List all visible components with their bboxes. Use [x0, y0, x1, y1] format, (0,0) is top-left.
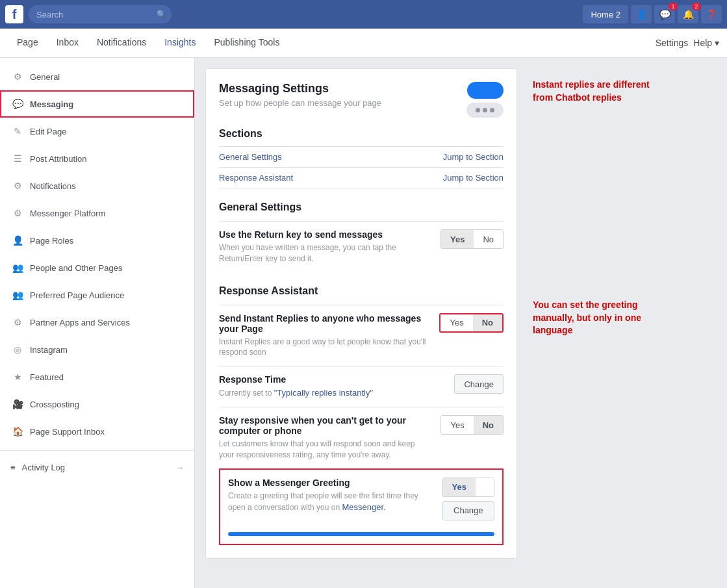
stay-responsive-no[interactable]: No — [474, 416, 503, 434]
response-time-value-link[interactable]: "Typically replies instantly" — [274, 388, 373, 398]
right-annotations: Instant replies are different from Chatb… — [528, 68, 670, 559]
general-settings-block: General Settings Use the Return key to s… — [219, 201, 504, 272]
instant-replies-no[interactable]: No — [473, 314, 502, 331]
notifications-icon-btn[interactable]: 🔔 2 — [678, 5, 698, 23]
stay-responsive-yes[interactable]: Yes — [441, 416, 473, 434]
sidebar-item-activity-log[interactable]: ≡ Activity Log → — [0, 456, 194, 479]
content-area: Messaging Settings Set up how people can… — [195, 58, 727, 588]
messenger-greeting-row: Show a Messenger Greeting Create a greet… — [219, 468, 504, 545]
sidebar-label-people-pages: People and Other Pages — [30, 263, 122, 273]
sidebar-item-people-pages[interactable]: 👥 People and Other Pages — [0, 254, 194, 281]
sidebar-item-partner-apps[interactable]: ⚙ Partner Apps and Services — [0, 309, 194, 336]
nav-inbox[interactable]: Inbox — [47, 29, 88, 58]
instant-replies-toggle[interactable]: Yes No — [439, 313, 504, 333]
sidebar-item-page-roles[interactable]: 👤 Page Roles — [0, 227, 194, 254]
home-button[interactable]: Home 2 — [583, 5, 628, 23]
messenger-greeting-desc: Create a greeting that people will see t… — [228, 491, 435, 513]
messenger-platform-icon: ⚙ — [12, 207, 23, 219]
friends-icon-btn[interactable]: 👤 — [631, 5, 652, 23]
sidebar-item-featured[interactable]: ★ Featured — [0, 363, 194, 390]
sidebar-label-messaging: Messaging — [30, 99, 73, 109]
messenger-icon: 💬 — [659, 9, 670, 19]
return-key-toggle[interactable]: Yes No — [440, 229, 504, 249]
sidebar-item-edit-page[interactable]: ✎ Edit Page — [0, 118, 194, 145]
section-row-response: Response Assistant Jump to Section — [219, 167, 504, 188]
crossposting-icon: 🎥 — [12, 398, 23, 410]
instant-replies-text: Send Instant Replies to anyone who messa… — [219, 313, 439, 359]
messenger-badge: 1 — [669, 3, 678, 10]
messenger-greeting-toggle[interactable]: Yes — [442, 478, 494, 497]
instant-replies-row: Send Instant Replies to anyone who messa… — [219, 305, 504, 366]
people-pages-icon: 👥 — [12, 262, 23, 274]
post-attribution-icon: ☰ — [12, 153, 23, 164]
main-layout: ⚙ General 💬 Messaging ✎ Edit Page ☰ Post… — [0, 58, 727, 588]
bell-badge: 2 — [692, 3, 701, 10]
return-key-label: Use the Return key to send messages — [219, 229, 427, 240]
sidebar-label-crossposting: Crossposting — [30, 400, 79, 409]
sidebar-label-preferred-audience: Preferred Page Audience — [30, 290, 124, 300]
search-bar-wrap: 🔍 — [29, 5, 172, 23]
question-icon: ❓ — [706, 9, 717, 19]
greeting-progress-bar — [228, 532, 494, 536]
settings-link[interactable]: Settings — [656, 38, 689, 48]
general-icon: ⚙ — [12, 71, 23, 83]
sidebar-item-instagram[interactable]: ◎ Instagram — [0, 336, 194, 363]
search-input[interactable] — [29, 5, 172, 23]
response-assistant-title: Response Assistant — [219, 285, 504, 297]
sidebar-label-edit-page: Edit Page — [30, 127, 66, 136]
general-settings-link[interactable]: General Settings — [219, 152, 282, 162]
sidebar-item-messaging[interactable]: 💬 Messaging — [0, 90, 194, 118]
annotation-instant-replies: Instant replies are different from Chatb… — [533, 79, 670, 104]
nav-insights[interactable]: Insights — [155, 29, 205, 58]
friends-icon: 👤 — [636, 9, 647, 19]
response-assistant-link[interactable]: Response Assistant — [219, 173, 293, 183]
facebook-logo: f — [5, 5, 23, 23]
sidebar-item-general[interactable]: ⚙ General — [0, 63, 194, 90]
messenger-icon-btn[interactable]: 💬 1 — [654, 5, 675, 23]
sidebar-label-post-attribution: Post Attribution — [30, 154, 86, 164]
stay-responsive-toggle[interactable]: Yes No — [440, 415, 504, 435]
sidebar-item-post-attribution[interactable]: ☰ Post Attribution — [0, 145, 194, 172]
sidebar-divider — [0, 450, 194, 451]
sidebar-label-partner-apps: Partner Apps and Services — [30, 318, 130, 327]
messenger-greeting-text: Show a Messenger Greeting Create a greet… — [228, 478, 435, 520]
section-row-general: General Settings Jump to Section — [219, 146, 504, 167]
nav-page[interactable]: Page — [8, 29, 47, 58]
partner-apps-icon: ⚙ — [12, 316, 23, 328]
nav-notifications[interactable]: Notifications — [88, 29, 155, 58]
general-jump-link[interactable]: Jump to Section — [443, 152, 504, 162]
instant-replies-yes[interactable]: Yes — [440, 314, 472, 331]
stay-responsive-text: Stay responsive when you can't get to yo… — [219, 415, 440, 461]
messaging-icon: 💬 — [12, 98, 23, 110]
response-time-text: Response Time Currently set to "Typicall… — [219, 374, 373, 399]
messaging-header: Messaging Settings Set up how people can… — [219, 82, 504, 118]
messenger-greeting-controls: Yes Change — [442, 478, 494, 520]
nav-publishing-tools[interactable]: Publishing Tools — [205, 29, 288, 58]
help-link[interactable]: Help ▾ — [693, 38, 719, 48]
messenger-greeting-no[interactable] — [476, 478, 494, 496]
sidebar-item-page-support[interactable]: 🏠 Page Support Inbox — [0, 418, 194, 445]
sidebar-label-messenger-platform: Messenger Platform — [30, 209, 105, 218]
sidebar-item-notifications[interactable]: ⚙ Notifications — [0, 172, 194, 199]
sidebar-item-preferred-audience[interactable]: 👥 Preferred Page Audience — [0, 281, 194, 309]
general-settings-title: General Settings — [219, 201, 504, 213]
response-jump-link[interactable]: Jump to Section — [443, 173, 504, 183]
messenger-greeting-top: Show a Messenger Greeting Create a greet… — [228, 478, 494, 520]
help-icon-btn[interactable]: ❓ — [701, 5, 722, 23]
return-key-yes[interactable]: Yes — [441, 230, 474, 248]
sidebar-label-general: General — [30, 72, 60, 82]
return-key-no[interactable]: No — [474, 230, 503, 248]
response-time-row: Response Time Currently set to "Typicall… — [219, 366, 504, 407]
messaging-header-left: Messaging Settings Set up how people can… — [219, 82, 381, 108]
top-nav-right: Home 2 👤 💬 1 🔔 2 ❓ — [583, 5, 722, 23]
sections-title: Sections — [219, 128, 504, 140]
sidebar-item-crossposting[interactable]: 🎥 Crossposting — [0, 390, 194, 418]
messenger-link[interactable]: Messenger. — [342, 502, 385, 512]
messenger-greeting-change-btn[interactable]: Change — [442, 501, 494, 520]
sidebar: ⚙ General 💬 Messaging ✎ Edit Page ☰ Post… — [0, 58, 195, 588]
messenger-greeting-yes[interactable]: Yes — [443, 478, 476, 496]
response-time-change-btn[interactable]: Change — [454, 374, 504, 394]
featured-icon: ★ — [12, 371, 23, 383]
sec-nav-right: Settings Help ▾ — [656, 38, 719, 48]
sidebar-item-messenger-platform[interactable]: ⚙ Messenger Platform — [0, 199, 194, 227]
